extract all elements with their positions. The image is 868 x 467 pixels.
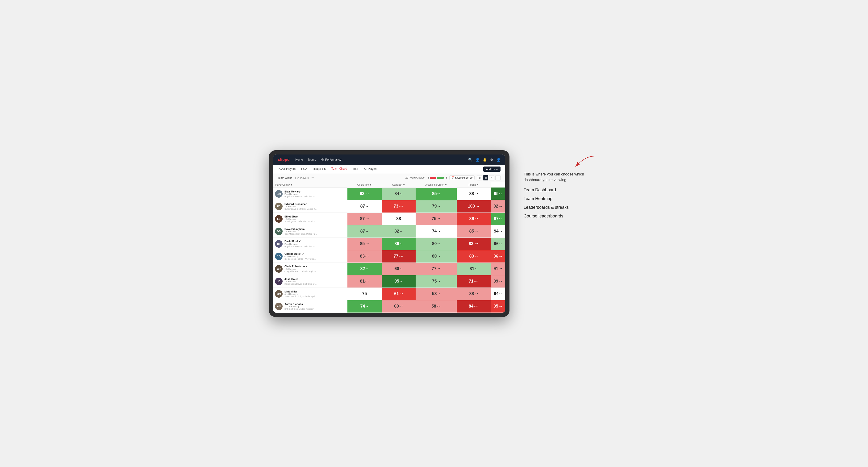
metric-change: -4▼ bbox=[499, 305, 502, 307]
player-cell-9[interactable]: ANAaron Nicholls11-15 HandicapDrift Golf… bbox=[273, 300, 347, 312]
metric-change: -8▼ bbox=[499, 255, 502, 257]
metric-change: -3▼ bbox=[499, 205, 502, 207]
metric-change: -3▼ bbox=[437, 218, 441, 220]
table-row[interactable]: EEElliot Ebert1-5 HandicapSunningdale Go… bbox=[273, 213, 505, 225]
nav-link-teams[interactable]: Teams bbox=[308, 158, 316, 161]
bell-icon[interactable]: 🔔 bbox=[483, 158, 487, 161]
metric-number: 85 bbox=[360, 241, 365, 246]
settings-icon[interactable]: ⚙ bbox=[490, 158, 493, 161]
player-hcp: 1-5 Handicap bbox=[284, 280, 317, 283]
table-row[interactable]: BMBlair McHargPlus HandicapRoyal North D… bbox=[273, 187, 505, 200]
putting-cell: 85-4▼ bbox=[491, 300, 505, 312]
player-name: Josh Coles bbox=[284, 278, 317, 280]
edit-icon[interactable]: ✏ bbox=[312, 176, 314, 179]
player-info: Elliot Ebert1-5 HandicapSunningdale Golf… bbox=[284, 215, 317, 223]
around-green-cell: 10315▲ bbox=[457, 200, 491, 213]
putting-value: 963▲ bbox=[491, 238, 505, 250]
player-cell-4[interactable]: DFDavid Ford ✓Plus HandicapRoyal North D… bbox=[273, 238, 347, 250]
round-neg: -5 bbox=[427, 177, 429, 179]
nav-link-my-performance[interactable]: My Performance bbox=[320, 158, 341, 161]
add-team-button[interactable]: Add Team bbox=[483, 166, 500, 172]
approach-cell: 75-3▼ bbox=[415, 213, 457, 225]
view-more-button[interactable]: ⬇ bbox=[495, 175, 500, 181]
player-quality-cell: 874▲ bbox=[347, 225, 382, 238]
nav-link-home[interactable]: Home bbox=[295, 158, 303, 161]
player-cell-3[interactable]: DBDave Billingham1-5 HandicapGog Magog G… bbox=[273, 225, 347, 238]
table-row[interactable]: CQCharlie Quick ✓6-10 HandicapSt. George… bbox=[273, 250, 505, 262]
table-row[interactable]: DBDave Billingham1-5 HandicapGog Magog G… bbox=[273, 225, 505, 238]
player-quality-value: 748▲ bbox=[347, 300, 382, 312]
sub-nav-hcaps[interactable]: Hcaps 1-5 bbox=[313, 167, 326, 171]
col-player[interactable]: Player Quality ▼ bbox=[273, 182, 347, 188]
player-cell-1[interactable]: ECEdward Crossman1-5 HandicapSunningdale… bbox=[273, 200, 347, 213]
avatar: CQ bbox=[275, 253, 283, 260]
player-cell-7[interactable]: JCJosh Coles1-5 HandicapRoyal North Devo… bbox=[273, 275, 347, 287]
table-row[interactable]: ECEdward Crossman1-5 HandicapSunningdale… bbox=[273, 200, 505, 213]
around-green-cell: 814▲ bbox=[457, 262, 491, 275]
player-info: David Ford ✓Plus HandicapRoyal North Dev… bbox=[284, 240, 317, 248]
metric-number: 83 bbox=[469, 254, 474, 259]
sub-nav-all-players[interactable]: All Players bbox=[364, 167, 377, 171]
table-row[interactable]: CRChris Robertson ✓1-5 HandicapCraigmill… bbox=[273, 262, 505, 275]
sub-nav-team-clippd[interactable]: Team Clippd bbox=[331, 167, 347, 171]
player-name: Edward Crossman bbox=[284, 203, 317, 206]
putting-value: 89-2▼ bbox=[491, 275, 505, 287]
user-icon[interactable]: 👤 bbox=[475, 158, 479, 161]
metric-number: 95 bbox=[394, 279, 399, 284]
player-name: Blair McHarg bbox=[284, 190, 317, 193]
col-around-green[interactable]: Around the Green ▼ bbox=[415, 182, 457, 188]
player-hcp: 1-5 Handicap bbox=[284, 268, 316, 270]
table-row[interactable]: ANAaron Nicholls11-15 HandicapDrift Golf… bbox=[273, 300, 505, 312]
avatar: CR bbox=[275, 265, 283, 273]
metric-change: 15▲ bbox=[476, 205, 480, 207]
metric-change: -21▼ bbox=[474, 305, 478, 307]
avatar: EE bbox=[275, 215, 283, 223]
sub-nav-pga[interactable]: PGA bbox=[301, 167, 307, 171]
annotation-list: Team Dashboard Team Heatmap Leaderboards… bbox=[524, 187, 599, 219]
arrow-graphic bbox=[571, 155, 599, 169]
player-quality-cell: 81-3▼ bbox=[347, 275, 382, 287]
table-row[interactable]: DFDavid Ford ✓Plus HandicapRoyal North D… bbox=[273, 238, 505, 250]
metric-number: 85 bbox=[432, 191, 437, 196]
profile-icon[interactable]: 👤 bbox=[497, 158, 500, 161]
player-info: Aaron Nicholls11-15 HandicapDrift Golf C… bbox=[284, 303, 314, 310]
putting-cell: 92-3▼ bbox=[491, 200, 505, 213]
player-quality-cell: 87-3▼ bbox=[347, 213, 382, 225]
annotation-item-course: Course leaderboards bbox=[524, 214, 599, 219]
metric-change: +4▲ bbox=[365, 193, 369, 195]
player-quality-value: 874▲ bbox=[347, 225, 382, 238]
player-cell-8[interactable]: MMMatt Miller6-10 HandicapWoburn Golf Cl… bbox=[273, 287, 347, 300]
player-cell-0[interactable]: BMBlair McHargPlus HandicapRoyal North D… bbox=[273, 187, 347, 200]
metric-change: 8▲ bbox=[366, 305, 369, 307]
metric-number: 73 bbox=[394, 204, 398, 209]
table-row[interactable]: MMMatt Miller6-10 HandicapWoburn Golf Cl… bbox=[273, 287, 505, 300]
search-icon[interactable]: 🔍 bbox=[468, 158, 472, 161]
table-row[interactable]: JCJosh Coles1-5 HandicapRoyal North Devo… bbox=[273, 275, 505, 287]
player-hcp: 6-10 Handicap bbox=[284, 255, 317, 258]
col-putting[interactable]: Putting ▼ bbox=[457, 182, 491, 188]
around-green-value: 83-10▼ bbox=[457, 238, 491, 250]
col-off-tee[interactable]: Off the Tee ▼ bbox=[347, 182, 382, 188]
table-header-row: Player Quality ▼ Off the Tee ▼ Approach … bbox=[273, 182, 505, 188]
player-club: Woburn Golf Club, United Kingdom bbox=[284, 295, 317, 298]
player-info: Charlie Quick ✓6-10 HandicapSt. George's… bbox=[284, 252, 317, 260]
metric-change: 8▲ bbox=[400, 280, 403, 282]
player-cell-2[interactable]: EEElliot Ebert1-5 HandicapSunningdale Go… bbox=[273, 213, 347, 225]
metric-number: 77 bbox=[432, 266, 436, 271]
sub-nav-tour[interactable]: Tour bbox=[353, 167, 358, 171]
view-heatmap-button[interactable]: ▦ bbox=[483, 175, 488, 181]
player-cell-6[interactable]: CRChris Robertson ✓1-5 HandicapCraigmill… bbox=[273, 262, 347, 275]
sub-nav: PGAT Players PGA Hcaps 1-5 Team Clippd T… bbox=[273, 165, 505, 174]
last-rounds-button[interactable]: 📅 Last Rounds: 20 bbox=[450, 176, 474, 180]
view-list-button[interactable]: ≡ bbox=[489, 175, 494, 181]
col-approach[interactable]: Approach ▼ bbox=[382, 182, 416, 188]
player-cell-5[interactable]: CQCharlie Quick ✓6-10 HandicapSt. George… bbox=[273, 250, 347, 262]
metric-change: -10▼ bbox=[474, 243, 478, 245]
metric-number: 94 bbox=[494, 291, 499, 296]
putting-value: 86-8▼ bbox=[491, 250, 505, 262]
round-change-label: 20 Round Change bbox=[405, 177, 425, 179]
sub-nav-pgat[interactable]: PGAT Players bbox=[278, 167, 296, 171]
metric-number: 86 bbox=[469, 216, 474, 221]
player-club: Royal North Devon Golf Club, United King… bbox=[284, 245, 317, 248]
view-grid-button[interactable]: ⊞ bbox=[477, 175, 482, 181]
